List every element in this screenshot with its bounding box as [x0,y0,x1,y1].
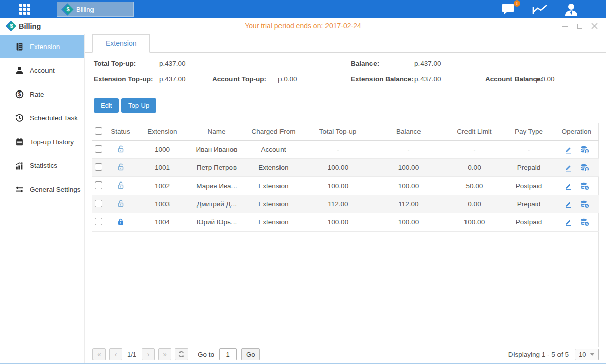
col-header-status: Status [107,128,134,135]
go-button[interactable]: Go [241,348,260,360]
extension-balance-label: Extension Balance: [351,75,414,83]
edit-row-icon[interactable] [564,218,572,226]
refresh-button[interactable] [175,348,188,360]
sidebar-item-label: Top-up History [30,138,74,146]
row-checkbox[interactable] [95,145,102,153]
taskbar-tab-label: Billing [76,6,94,13]
prev-page-button[interactable]: ‹ [109,348,122,360]
col-header-charged-from: Charged From [243,128,304,135]
sidebar-item-statistics[interactable]: Statistics [0,154,84,177]
account-balance-value: p.0.00 [536,75,555,83]
calendar-icon [15,138,24,146]
cell-pay-type: Postpaid [503,218,554,226]
app-grid-icon[interactable] [19,4,31,15]
cell-balance: 112.00 [372,200,445,208]
page-size-select[interactable]: 10 [575,349,599,360]
next-page-button[interactable]: › [142,348,155,360]
edit-row-icon[interactable] [564,182,572,190]
window-titlebar: $ Billing Your trial period ends on: 201… [0,18,606,35]
page-size-value: 10 [579,351,586,358]
cell-name: Мария Ива... [190,182,243,190]
trial-notice: Your trial period ends on: 2017-02-24 [0,18,606,34]
sidebar-item-rate[interactable]: $ Rate [0,83,84,106]
lock-status-icon [117,202,125,209]
row-checkbox[interactable] [95,200,102,207]
top-up-row-icon[interactable]: $ [580,200,589,208]
history-clock-icon [15,114,24,122]
minimize-icon[interactable] [562,23,569,30]
row-checkbox[interactable] [95,218,102,225]
cell-name: Иван Иванов [190,146,243,153]
ledger-icon [15,42,24,51]
cell-charged-from: Account [243,146,304,153]
cell-extension: 1002 [134,182,190,190]
extensions-table: Status Extension Name Charged From Total… [92,123,599,232]
user-account-icon[interactable] [563,3,583,16]
select-all-checkbox[interactable] [95,127,102,135]
cell-extension: 1000 [134,146,190,153]
top-up-row-icon[interactable]: $ [580,218,589,226]
top-up-row-icon[interactable]: $ [580,182,589,190]
sidebar-item-label: Scheduled Task [30,114,78,122]
goto-page-input[interactable] [219,348,237,360]
edit-row-icon[interactable] [564,146,572,154]
svg-text:$: $ [18,92,21,97]
table-row: 1002 Мария Ива... Extension 100.00 100.0… [92,177,599,195]
cell-credit-limit: - [445,146,503,153]
col-header-total-topup: Total Top-up [304,128,372,135]
sidebar-item-account[interactable]: Account [0,59,84,82]
pagination-bar: « ‹ 1/1 › » Go to Go Displaying 1 - 5 of… [92,347,599,362]
billing-app-window: $ Billing ! $ Billing [0,0,606,364]
reports-chart-icon[interactable] [532,3,552,16]
row-checkbox[interactable] [95,181,102,189]
goto-label: Go to [198,351,214,358]
top-up-button[interactable]: Top Up [121,98,156,113]
window-controls [562,18,598,34]
summary-panel: Total Top-up: p.437.00 Balance: p.437.00… [85,53,606,98]
first-page-button[interactable]: « [92,348,106,360]
account-topup-label: Account Top-up: [212,75,266,83]
tab-extension[interactable]: Extension [92,34,150,53]
account-topup-value: p.0.00 [278,75,297,83]
cell-total-topup: 100.00 [304,164,372,171]
cell-extension: 1001 [134,164,190,171]
edit-row-icon[interactable] [564,164,572,172]
lock-status-icon [117,184,125,191]
cell-total-topup: 100.00 [304,182,372,190]
sidebar-item-label: Account [30,67,55,74]
cell-name: Дмитрий Д... [190,200,243,208]
row-checkbox[interactable] [95,163,102,171]
person-icon [15,66,24,75]
close-icon[interactable] [591,23,598,30]
messages-icon[interactable]: ! [501,3,521,16]
cell-name: Петр Петров [190,164,243,171]
cell-total-topup: 100.00 [304,218,372,226]
balance-value: p.437.00 [414,60,441,67]
table-row: 1001 Петр Петров Extension 100.00 100.00… [92,159,599,177]
sidebar: Extension Account $ Rate Scheduled Task [0,34,85,363]
table-header-row: Status Extension Name Charged From Total… [92,123,599,141]
table-row: 1000 Иван Иванов Account - - - - $ [92,141,599,159]
cell-charged-from: Extension [243,200,304,208]
extension-topup-value: p.437.00 [159,75,186,83]
edit-row-icon[interactable] [564,200,572,208]
edit-button[interactable]: Edit [94,98,119,113]
col-header-name: Name [190,128,243,135]
sidebar-item-scheduled-task[interactable]: Scheduled Task [0,107,84,129]
extension-balance-value: p.437.00 [414,75,441,83]
sidebar-item-extension[interactable]: Extension [0,35,84,58]
lock-status-icon [117,147,125,155]
top-up-row-icon[interactable]: $ [580,164,589,172]
sidebar-item-topup-history[interactable]: Top-up History [0,130,84,153]
col-header-balance: Balance [372,128,445,135]
taskbar-tab-billing[interactable]: $ Billing [57,2,134,17]
sidebar-item-general-settings[interactable]: General Settings [0,178,84,201]
stats-icon [15,161,24,170]
maximize-icon[interactable] [576,23,583,30]
lock-status-icon [117,165,125,173]
top-up-row-icon[interactable]: $ [580,146,589,154]
main-content: Extension Total Top-up: p.437.00 Balance… [85,34,606,363]
cell-name: Юрий Юрь... [190,218,243,226]
page-indicator: 1/1 [127,351,136,358]
last-page-button[interactable]: » [158,348,171,360]
